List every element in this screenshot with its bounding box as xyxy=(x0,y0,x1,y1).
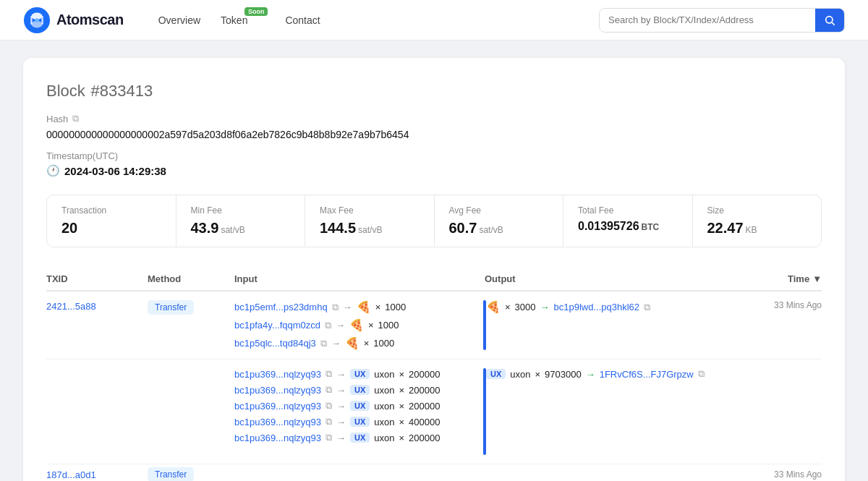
ux-badge: UX xyxy=(486,369,506,379)
input-item: bc1pu369...nqlzyq93 ⧉ → UX uxon × 200000 xyxy=(234,368,483,380)
output-item: 🍕 × 3000 → bc1p9lwd...pq3hkl62 ⧉ xyxy=(486,300,735,314)
copy-icon[interactable]: ⧉ xyxy=(325,320,331,331)
row2-method-bottom: Transfer xyxy=(148,467,234,481)
hash-value: 000000000000000000002a597d5a203d8f06a2eb… xyxy=(46,129,822,140)
output-item: UX uxon × 9703000 → 1FRvCf6S...FJ7Grpzw … xyxy=(486,368,735,380)
logo-text: Atomscan xyxy=(56,12,124,28)
input-item: bc1p5emf...ps23dmhq ⧉ → 🍕 × 1000 xyxy=(234,300,483,314)
nav-token[interactable]: Token Soon xyxy=(221,14,247,26)
svg-line-7 xyxy=(832,22,835,25)
row1-time: 33 Mins Ago xyxy=(735,300,822,310)
pizza-icon: 🍕 xyxy=(349,318,364,332)
arrow-icon: → xyxy=(336,320,345,331)
ux-badge: UX xyxy=(350,433,370,443)
input-item: bc1pu369...nqlzyq93 ⧉ → UX uxon × 400000 xyxy=(234,416,483,427)
col-txid: TXID xyxy=(46,273,148,284)
stats-row: Transaction 20 Min Fee 43.9sat/vB Max Fe… xyxy=(46,195,822,247)
table-row-footer: 187d...a0d1 Transfer 33 Mins Ago xyxy=(46,464,822,481)
row2-inputs: bc1pu369...nqlzyq93 ⧉ → UX uxon × 200000… xyxy=(234,368,483,443)
stat-size: Size 22.47KB xyxy=(693,195,822,247)
row1-inputs: bc1p5emf...ps23dmhq ⧉ → 🍕 × 1000 bc1pfa4… xyxy=(234,300,483,350)
pizza-icon: 🍕 xyxy=(345,336,359,350)
table-header: TXID Method Input Output Time ▼ xyxy=(46,268,822,291)
col-method: Method xyxy=(148,273,234,284)
svg-point-6 xyxy=(826,16,833,22)
search-bar xyxy=(599,8,845,33)
logo[interactable]: Atomscan xyxy=(23,7,124,34)
row1-method: Transfer xyxy=(148,300,234,315)
ux-badge: UX xyxy=(350,401,370,411)
input-item: bc1p5qlc...tqd84qj3 ⧉ → 🍕 × 1000 xyxy=(234,336,483,350)
amount: × xyxy=(375,302,381,312)
stat-value-maxfee: 144.5sat/vB xyxy=(320,220,420,237)
timestamp-value: 🕐 2024-03-06 14:29:38 xyxy=(46,164,822,177)
hash-label: Hash xyxy=(46,114,68,124)
svg-point-5 xyxy=(35,18,39,22)
hash-row: Hash ⧉ xyxy=(46,113,822,124)
nav-contact[interactable]: Contact xyxy=(285,14,320,26)
output-arrow: → xyxy=(540,302,550,312)
stat-min-fee: Min Fee 43.9sat/vB xyxy=(176,195,306,247)
input-item: bc1pu369...nqlzyq93 ⧉ → UX uxon × 200000 xyxy=(234,400,483,412)
stat-value-minfee: 43.9sat/vB xyxy=(191,220,291,237)
copy-icon[interactable]: ⧉ xyxy=(326,400,332,412)
search-input[interactable] xyxy=(600,9,815,31)
table-row: 2421...5a88 Transfer bc1p5emf...ps23dmhq… xyxy=(46,291,822,359)
row2-time: 33 Mins Ago xyxy=(735,469,822,480)
logo-icon xyxy=(23,7,51,34)
stat-label-totalfee: Total Fee xyxy=(578,205,678,216)
stat-label-size: Size xyxy=(707,205,807,216)
input-item: bc1pfa4y...fqqm0zcd ⧉ → 🍕 × 1000 xyxy=(234,318,483,332)
row2-txid-bottom: 187d...a0d1 xyxy=(46,469,148,480)
row2-txid xyxy=(46,368,148,370)
copy-icon[interactable]: ⧉ xyxy=(320,338,327,349)
arrow-icon: → xyxy=(331,338,341,349)
input-item: bc1pu369...nqlzyq93 ⧉ → UX uxon × 200000 xyxy=(234,432,483,443)
table-row: bc1pu369...nqlzyq93 ⧉ → UX uxon × 200000… xyxy=(46,359,822,464)
stat-value-totalfee: 0.01395726BTC xyxy=(578,220,678,233)
row1-outputs: 🍕 × 3000 → bc1p9lwd...pq3hkl62 ⧉ xyxy=(486,300,735,314)
copy-icon[interactable]: ⧉ xyxy=(332,302,339,313)
col-output: Output xyxy=(485,273,735,284)
search-button[interactable] xyxy=(815,9,844,32)
col-input: Input xyxy=(234,273,485,284)
stat-transaction: Transaction 20 xyxy=(47,195,176,247)
token-badge: Soon xyxy=(244,7,268,16)
clock-icon: 🕐 xyxy=(46,164,60,177)
nav-overview[interactable]: Overview xyxy=(158,14,200,26)
pizza-icon: 🍕 xyxy=(486,300,501,314)
transactions-table: TXID Method Input Output Time ▼ 2421...5… xyxy=(46,268,822,481)
stat-label-avgfee: Avg Fee xyxy=(449,205,549,216)
stat-value-size: 22.47KB xyxy=(707,220,807,237)
copy-icon[interactable]: ⧉ xyxy=(326,384,332,396)
copy-icon[interactable]: ⧉ xyxy=(326,416,332,427)
stat-label-maxfee: Max Fee xyxy=(320,205,420,216)
copy-icon[interactable]: ⧉ xyxy=(644,302,650,313)
output-arrow: → xyxy=(586,369,595,380)
row2-outputs: UX uxon × 9703000 → 1FRvCf6S...FJ7Grpzw … xyxy=(486,368,735,380)
ux-badge: UX xyxy=(350,385,370,395)
stat-label-transaction: Transaction xyxy=(61,205,161,216)
search-icon xyxy=(824,14,835,26)
row1-txid: 2421...5a88 xyxy=(46,300,148,312)
hash-copy-icon[interactable]: ⧉ xyxy=(72,113,79,124)
input-item: bc1pu369...nqlzyq93 ⧉ → UX uxon × 200000 xyxy=(234,384,483,396)
col-time: Time ▼ xyxy=(735,273,822,284)
copy-icon[interactable]: ⧉ xyxy=(698,368,705,380)
stat-value-transaction: 20 xyxy=(61,220,161,237)
copy-icon[interactable]: ⧉ xyxy=(326,432,332,443)
ux-badge: UX xyxy=(350,369,370,379)
page-title: Block #833413 xyxy=(46,78,822,101)
main-nav: Overview Token Soon Contact xyxy=(158,14,576,26)
timestamp-label: Timestamp(UTC) xyxy=(46,150,822,161)
pizza-icon: 🍕 xyxy=(357,300,371,314)
stat-value-avgfee: 60.7sat/vB xyxy=(449,220,549,237)
stat-total-fee: Total Fee 0.01395726BTC xyxy=(563,195,693,247)
block-card: Block #833413 Hash ⧉ 0000000000000000000… xyxy=(23,58,845,481)
header: Atomscan Overview Token Soon Contact xyxy=(0,0,868,41)
divider xyxy=(483,368,486,455)
ux-badge: UX xyxy=(350,417,370,427)
arrow-icon: → xyxy=(343,302,352,312)
copy-icon[interactable]: ⧉ xyxy=(326,368,332,380)
main-content: Block #833413 Hash ⧉ 0000000000000000000… xyxy=(0,41,868,481)
